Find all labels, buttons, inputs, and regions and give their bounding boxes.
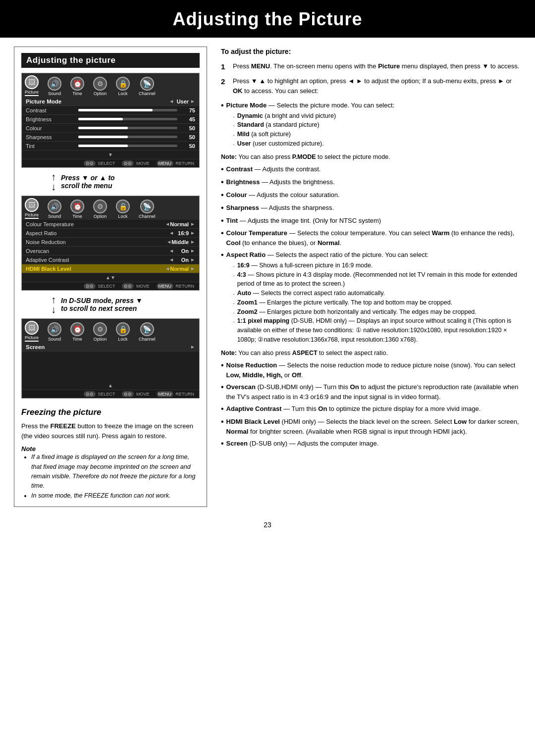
menu-icon-label: Channel: [139, 337, 156, 342]
right-column: To adjust the picture: 1 Press MENU. The…: [221, 47, 521, 507]
option-icon: ⚙: [93, 77, 107, 91]
list-item: .Dynamic (a bright and vivid picture): [233, 111, 395, 121]
time-icon: ⏰: [70, 77, 84, 91]
picture-icon-3: 🖼: [25, 321, 39, 335]
note-picture-mode: Note: You can also press P.MODE to selec…: [221, 152, 521, 162]
menu-rows-1: Picture Mode ◄ User ► Contrast 75 Bright…: [22, 97, 199, 159]
menu-icon-label: Sound: [48, 337, 61, 342]
menu-icon-picture-3[interactable]: 🖼 Picture: [25, 321, 39, 342]
bullet-list: • Picture Mode — Selects the picture mod…: [221, 101, 521, 150]
menu-icon-option[interactable]: ⚙ Option: [93, 77, 107, 96]
time-icon-3: ⏰: [70, 322, 84, 336]
menu-icon-label: Channel: [139, 214, 156, 219]
menu-icon-lock-3[interactable]: 🔒 Lock: [116, 322, 130, 342]
list-item: • Colour — Adjusts the colour saturation…: [221, 190, 521, 201]
menu-icon-option-2[interactable]: ⚙ Option: [93, 200, 107, 219]
menu-panel-1: 🖼 Picture 🔊 Sound ⏰ Time ⚙ Option: [21, 73, 200, 168]
table-row: Screen ►: [22, 343, 199, 352]
bullet-list-2: • Contrast — Adjusts the contrast. • Bri…: [221, 164, 521, 345]
bar-tint: [78, 145, 177, 147]
menu-icon-label: Sound: [48, 91, 61, 96]
list-item: .Standard (a standard picture): [233, 120, 395, 130]
note-aspect: Note: You can also press ASPECT to selec…: [221, 349, 521, 358]
list-item: • HDMI Black Level (HDMI only) — Selects…: [221, 417, 521, 436]
list-item: 2 Press ▼ ▲ to highlight an option, pres…: [221, 76, 521, 96]
list-item: .Auto — Selects the correct aspect ratio…: [233, 289, 521, 298]
lock-icon-2: 🔒: [116, 200, 130, 213]
menu-icon-picture-2[interactable]: 🖼 Picture: [25, 198, 39, 219]
menu-icon-label: Option: [94, 214, 107, 219]
menu-icon-channel[interactable]: 📡 Channel: [139, 77, 156, 96]
menu-bottom-bar-2: ⊙⊙ SELECT ⊙⊙ MOVE MENU RETURN: [22, 282, 199, 290]
table-row: Colour Temperature ◄ Normal ►: [22, 220, 199, 229]
table-row: Brightness 45: [22, 115, 199, 124]
scroll-annotation-1: ↑ ↓ Press ▼ or ▲ toscroll the menu: [51, 172, 200, 192]
scroll-arrow-row-2: ▲▼: [22, 273, 199, 282]
scroll-arrow-row-3: ▲: [22, 381, 199, 390]
freezing-text: Press the FREEZE button to freeze the im…: [21, 421, 200, 441]
list-item: .User (user customized picture).: [233, 139, 395, 149]
lock-icon-3: 🔒: [116, 322, 130, 336]
menu-icon-label: Option: [94, 91, 107, 96]
menu-icon-lock-2[interactable]: 🔒 Lock: [116, 200, 130, 219]
page-number: 23: [0, 516, 535, 537]
menu-icon-channel-3[interactable]: 📡 Channel: [139, 322, 156, 342]
list-item: .4:3 — Shows picture in 4:3 display mode…: [233, 270, 521, 289]
menu-icon-label: Lock: [118, 337, 128, 342]
freezing-section: Freezing the picture Press the FREEZE bu…: [21, 407, 200, 501]
scroll-arrow-icon-2: ↑ ↓: [51, 295, 56, 314]
list-item: • Sharpness — Adjusts the sharpness.: [221, 203, 521, 213]
table-row: Contrast 75: [22, 106, 199, 115]
scroll-annotation-text-2: In D-SUB mode, press ▼to scroll to next …: [61, 297, 143, 312]
bar-colour: [78, 127, 177, 129]
menu-icon-label: Option: [94, 337, 107, 342]
menu-icon-time-3[interactable]: ⏰ Time: [70, 322, 84, 342]
channel-icon: 📡: [140, 77, 154, 91]
menu-icon-time-2[interactable]: ⏰ Time: [70, 200, 84, 219]
sound-icon-2: 🔊: [48, 200, 61, 213]
menu-icon-label: Sound: [48, 214, 61, 219]
right-section-title: To adjust the picture:: [221, 47, 521, 57]
table-row: Adaptive Contrast ◄ On ►: [22, 255, 199, 264]
page-title: Adjusting the Picture: [0, 0, 535, 38]
table-row: Noise Reduction ◄ Middle ►: [22, 238, 199, 247]
channel-icon-3: 📡: [140, 322, 154, 336]
menu-empty-space: [22, 352, 199, 381]
scroll-annotation-2: ↑ ↓ In D-SUB mode, press ▼to scroll to n…: [51, 295, 200, 314]
list-item: .16:9 — Shows a full-screen picture in 1…: [233, 261, 521, 270]
table-row-highlighted: HDMI Black Level ◄ Normal ►: [22, 264, 199, 273]
menu-icon-lock[interactable]: 🔒 Lock: [116, 77, 130, 96]
menu-icon-label: Picture: [25, 335, 39, 340]
list-item: • Contrast — Adjusts the contrast.: [221, 164, 521, 175]
bar-sharpness: [78, 136, 177, 138]
menu-rows-2: Colour Temperature ◄ Normal ► Aspect Rat…: [22, 220, 199, 282]
menu-icon-option-3[interactable]: ⚙ Option: [93, 322, 107, 342]
list-item: • Colour Temperature — Selects the colou…: [221, 228, 521, 248]
list-item: • Overscan (D-SUB,HDMI only) — Turn this…: [221, 382, 521, 402]
list-item: • Picture Mode — Selects the picture mod…: [221, 101, 521, 150]
scroll-arrow-icon: ↑ ↓: [51, 172, 56, 192]
menu-bottom-bar-1: ⊙⊙ SELECT ⊙⊙ MOVE MENU RETURN: [22, 159, 199, 167]
menu-icon-sound-3[interactable]: 🔊 Sound: [48, 322, 61, 342]
menu-icon-channel-2[interactable]: 📡 Channel: [139, 200, 156, 219]
time-icon-2: ⏰: [70, 200, 84, 213]
menu-icon-time[interactable]: ⏰ Time: [70, 77, 84, 96]
lock-icon: 🔒: [116, 77, 130, 91]
menu-icon-picture[interactable]: 🖼 Picture: [25, 75, 39, 96]
table-row: Aspect Ratio ◄ 16:9 ►: [22, 229, 199, 238]
menu-icons-row-1: 🖼 Picture 🔊 Sound ⏰ Time ⚙ Option: [22, 73, 199, 97]
note-list: If a fixed image is displayed on the scr…: [21, 453, 200, 501]
list-item: .Zoom1 — Enlarges the picture vertically…: [233, 298, 521, 307]
menu-icon-label: Lock: [118, 214, 128, 219]
menu-icon-sound[interactable]: 🔊 Sound: [48, 77, 61, 96]
note-title: Note: [21, 445, 200, 453]
menu-icon-label: Picture: [25, 212, 39, 217]
section-header: Adjusting the picture: [21, 53, 200, 68]
table-row: Sharpness 50: [22, 133, 199, 142]
table-row: Colour 50: [22, 124, 199, 133]
list-item: 1 Press MENU. The on-screen menu opens w…: [221, 61, 521, 73]
scroll-annotation-text: Press ▼ or ▲ toscroll the menu: [61, 174, 115, 190]
table-row: Overscan ◄ On ►: [22, 247, 199, 255]
table-row: Tint 50: [22, 142, 199, 151]
menu-icon-sound-2[interactable]: 🔊 Sound: [48, 200, 61, 219]
